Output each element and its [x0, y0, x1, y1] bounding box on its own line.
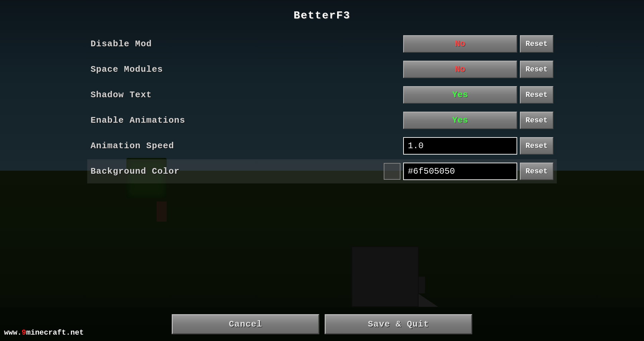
reset-btn-space-modules[interactable]: Reset: [520, 61, 553, 78]
watermark-www: www.: [4, 329, 22, 337]
reset-btn-animation-speed[interactable]: Reset: [520, 137, 553, 155]
setting-label-disable-mod: Disable Mod: [91, 39, 403, 49]
setting-row-shadow-text: Shadow TextYesReset: [87, 83, 557, 107]
setting-row-animation-speed: Animation SpeedReset: [87, 134, 557, 158]
reset-btn-background-color[interactable]: Reset: [520, 163, 553, 180]
watermark: www.9minecraft.net: [4, 329, 84, 337]
setting-label-animation-speed: Animation Speed: [91, 141, 403, 151]
page-title: BetterF3: [293, 9, 351, 22]
input-animation-speed[interactable]: [403, 137, 517, 155]
toggle-btn-disable-mod[interactable]: No: [403, 35, 517, 53]
cancel-button[interactable]: Cancel: [172, 314, 319, 334]
toggle-btn-space-modules[interactable]: No: [403, 61, 517, 78]
watermark-brand-9: 9: [22, 329, 26, 337]
setting-row-background-color: Background ColorReset: [87, 159, 557, 183]
reset-btn-disable-mod[interactable]: Reset: [520, 35, 553, 53]
setting-label-enable-animations: Enable Animations: [91, 115, 403, 125]
save-quit-button[interactable]: Save & Quit: [325, 314, 472, 334]
reset-btn-enable-animations[interactable]: Reset: [520, 112, 553, 129]
bottom-bar: Cancel Save & Quit: [0, 307, 644, 341]
input-background-color[interactable]: [403, 163, 517, 180]
setting-label-space-modules: Space Modules: [91, 64, 403, 74]
reset-btn-shadow-text[interactable]: Reset: [520, 86, 553, 104]
toggle-btn-enable-animations[interactable]: Yes: [403, 112, 517, 129]
setting-row-enable-animations: Enable AnimationsYesReset: [87, 108, 557, 132]
watermark-brand-mc: minecraft.net: [26, 329, 84, 337]
toggle-btn-shadow-text[interactable]: Yes: [403, 86, 517, 104]
setting-label-background-color: Background Color: [91, 166, 384, 176]
color-preview-background-color[interactable]: [384, 163, 400, 180]
setting-label-shadow-text: Shadow Text: [91, 90, 403, 100]
settings-panel: Disable ModNoResetSpace ModulesNoResetSh…: [87, 32, 557, 183]
setting-row-space-modules: Space ModulesNoReset: [87, 57, 557, 81]
setting-row-disable-mod: Disable ModNoReset: [87, 32, 557, 56]
